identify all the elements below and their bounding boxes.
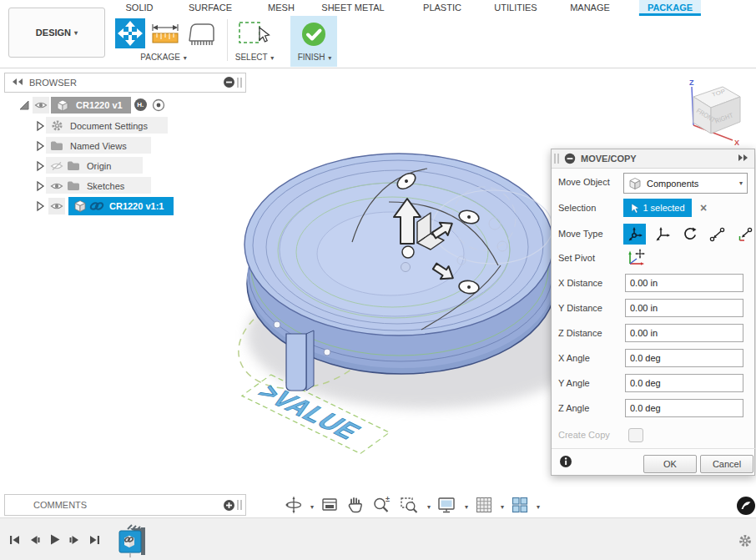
- caret-down-icon[interactable]: ▾: [310, 503, 314, 511]
- create-copy-checkbox[interactable]: [628, 428, 643, 442]
- go-to-end-icon[interactable]: [88, 534, 101, 549]
- move-type-translate[interactable]: [651, 224, 673, 245]
- clear-selection-icon[interactable]: ×: [700, 201, 707, 214]
- tab-utilities[interactable]: UTILITIES: [486, 0, 545, 16]
- package-group-dropdown[interactable]: PACKAGE ▾: [140, 53, 186, 62]
- collapse-panel-icon[interactable]: [12, 78, 24, 88]
- chevron-right-icon[interactable]: [32, 160, 48, 172]
- measure-ruler-icon[interactable]: [150, 21, 182, 51]
- x-angle-input[interactable]: [625, 349, 743, 367]
- browser-row-sketches[interactable]: Sketches: [4, 176, 124, 195]
- model-cr1220-package[interactable]: >VALUE: [209, 125, 576, 496]
- ok-button[interactable]: OK: [643, 455, 697, 473]
- cursor-icon: [630, 203, 639, 214]
- step-back-icon[interactable]: [28, 534, 41, 549]
- look-at-icon[interactable]: [320, 495, 340, 518]
- set-pivot-label: Set Pivot: [558, 253, 622, 263]
- cancel-button[interactable]: Cancel: [700, 455, 753, 473]
- finish-check-icon[interactable]: [300, 20, 328, 52]
- move-type-point-to-position[interactable]: [733, 224, 756, 245]
- thermoform-mold-icon[interactable]: [185, 21, 219, 51]
- set-pivot-button[interactable]: [625, 248, 647, 270]
- tab-plastic[interactable]: PLASTIC: [415, 0, 470, 16]
- tab-package[interactable]: PACKAGE: [639, 0, 701, 16]
- chevron-right-icon[interactable]: [32, 180, 48, 192]
- workspace-switcher-button[interactable]: DESIGN ▾: [8, 8, 105, 58]
- tab-solid[interactable]: SOLID: [117, 0, 161, 16]
- hang-tab: [286, 330, 314, 391]
- view-cube[interactable]: Z X TOP FRONT RIGHT: [678, 77, 756, 154]
- visibility-eye-icon[interactable]: [48, 181, 65, 191]
- y-angle-input[interactable]: [625, 374, 743, 392]
- step-forward-icon[interactable]: [68, 534, 81, 549]
- chevron-right-icon[interactable]: [32, 120, 48, 132]
- display-settings-icon[interactable]: [436, 495, 458, 518]
- panel-resize-grip[interactable]: [240, 500, 242, 510]
- add-comment-icon[interactable]: [223, 499, 235, 512]
- activate-component-radio[interactable]: [150, 98, 167, 112]
- x-distance-input[interactable]: [625, 274, 743, 292]
- pan-hand-icon[interactable]: [345, 495, 365, 518]
- select-tool-icon[interactable]: [237, 20, 272, 52]
- visibility-off-eye-icon[interactable]: [48, 161, 65, 171]
- grid-display-icon[interactable]: [474, 495, 494, 518]
- tab-manage[interactable]: MANAGE: [562, 0, 618, 16]
- minimize-panel-icon[interactable]: [223, 76, 235, 90]
- caret-down-icon[interactable]: ▾: [501, 503, 504, 511]
- component-occurrence-label[interactable]: CR1220 v1:1: [68, 197, 174, 215]
- browser-row-named-views[interactable]: Named Views: [4, 136, 127, 155]
- move-tool-icon[interactable]: [115, 18, 145, 52]
- manipulator-center-point: [402, 246, 414, 258]
- panel-resize-grip[interactable]: [237, 500, 239, 510]
- browser-row-component-selected[interactable]: CR1220 v1:1: [4, 196, 174, 215]
- panel-resize-grip[interactable]: [240, 78, 242, 88]
- visibility-eye-icon[interactable]: [33, 97, 49, 114]
- navigation-toolbar: ▾ ± ▾ ▾ ▾: [284, 495, 540, 518]
- browser-panel-header[interactable]: BROWSER: [4, 73, 246, 93]
- y-distance-input[interactable]: [625, 299, 743, 317]
- dialog-drag-grip[interactable]: [557, 154, 559, 164]
- dialog-header[interactable]: MOVE/COPY: [552, 149, 754, 169]
- caret-down-icon[interactable]: ▾: [465, 503, 468, 511]
- expand-triangle-icon[interactable]: [16, 99, 33, 111]
- move-type-label: Move Type: [558, 229, 622, 239]
- orbit-icon[interactable]: [284, 495, 304, 518]
- move-type-point-to-point[interactable]: [706, 224, 728, 245]
- move-type-free-move[interactable]: [623, 224, 646, 245]
- x-angle-label: X Angle: [558, 353, 622, 363]
- tab-surface[interactable]: SURFACE: [180, 0, 240, 16]
- move-object-dropdown[interactable]: Components ▾: [623, 173, 748, 194]
- caret-down-icon[interactable]: ▾: [427, 503, 431, 511]
- zoom-icon[interactable]: ±: [371, 495, 393, 518]
- caret-down-icon: ▾: [74, 29, 78, 37]
- timeline-feature-component-insert[interactable]: [117, 523, 154, 560]
- go-to-start-icon[interactable]: [8, 534, 21, 549]
- chevron-right-icon[interactable]: [32, 140, 48, 152]
- z-distance-input[interactable]: [625, 324, 743, 342]
- z-angle-input[interactable]: [625, 399, 743, 417]
- comments-panel-header[interactable]: COMMENTS: [4, 494, 246, 516]
- timeline-settings-gear-icon[interactable]: [738, 533, 753, 552]
- panel-resize-grip[interactable]: [237, 78, 239, 88]
- browser-row-document-settings[interactable]: Document Settings: [4, 116, 148, 135]
- caret-down-icon[interactable]: ▾: [537, 503, 540, 511]
- visibility-eye-icon[interactable]: [48, 198, 65, 214]
- browser-row-root[interactable]: CR1220 v1 H.: [4, 95, 167, 114]
- chevron-right-icon[interactable]: [32, 200, 48, 212]
- root-component-label[interactable]: CR1220 v1: [51, 97, 131, 114]
- tab-mesh[interactable]: MESH: [260, 0, 303, 16]
- zoom-window-icon[interactable]: [399, 495, 421, 518]
- tab-sheet-metal[interactable]: SHEET METAL: [313, 0, 392, 16]
- select-group-dropdown[interactable]: SELECT ▾: [235, 53, 275, 62]
- collapse-dialog-icon[interactable]: [564, 153, 576, 164]
- browser-row-origin[interactable]: Origin: [4, 156, 111, 175]
- expand-dialog-icon[interactable]: [738, 154, 749, 164]
- assistant-icon[interactable]: [736, 496, 756, 519]
- info-icon[interactable]: [559, 455, 572, 470]
- move-type-rotate[interactable]: [678, 224, 701, 245]
- finish-group-dropdown[interactable]: FINISH ▾: [298, 53, 332, 62]
- play-icon[interactable]: [48, 533, 61, 549]
- selection-button[interactable]: 1 selected: [623, 199, 692, 217]
- viewports-icon[interactable]: [510, 495, 530, 518]
- dialog-drag-grip[interactable]: [554, 154, 556, 164]
